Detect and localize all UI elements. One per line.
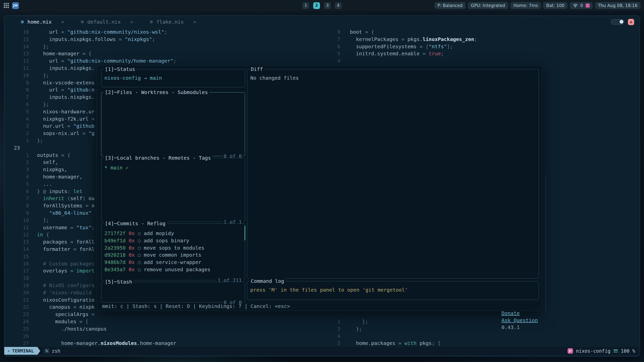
code-token: boot xyxy=(350,29,365,35)
commit-row[interactable]: d9202180x○move common imports xyxy=(101,251,245,259)
panel-title: [1]─Status xyxy=(103,66,137,73)
lazygit-status-panel[interactable]: [1]─Status nixos-config → main xyxy=(101,69,245,87)
line-number: 4 xyxy=(14,115,29,123)
module-ping[interactable]: Home: 7ms xyxy=(510,2,541,9)
module-battery[interactable]: Bat: 100 xyxy=(543,2,567,9)
workspace-2[interactable]: 2 xyxy=(313,2,320,9)
apps-grid-icon[interactable] xyxy=(4,3,9,8)
code-token: "nixpkgs" xyxy=(125,36,152,42)
code-line: 19 # NixOS configura xyxy=(14,282,95,289)
tab-flake.nix[interactable]: ❄flake.nix× xyxy=(149,19,196,25)
panel-title: [5]─Stash xyxy=(103,278,134,285)
lazygit-keybar: mmit: c | Stash: s | Reset: D | Keybindi… xyxy=(102,303,538,338)
commit-row[interactable]: 2a239500x○move sops to modules xyxy=(101,244,245,252)
code-line: 4 home-manager, xyxy=(14,173,83,180)
ask-question-link[interactable]: Ask Question xyxy=(502,317,538,323)
code-token: .home-manager xyxy=(137,340,176,346)
lazygit-commits-panel[interactable]: [4]─Commits - Reflog 2717f2f0x○add mopid… xyxy=(101,223,245,280)
line-number: 7 xyxy=(326,36,340,43)
code-token: = xyxy=(67,123,73,129)
tab-default.nix[interactable]: ❄default.nix× xyxy=(80,19,133,25)
code-token: forAll xyxy=(76,239,95,245)
code-line: 5 nixos-hardware.ur xyxy=(14,108,95,115)
window-toggle-button[interactable] xyxy=(611,19,624,25)
commit-row[interactable]: b49ef1d0x○add sops binary xyxy=(101,237,245,244)
commit-row[interactable]: 2717f2f0x○add mopidy xyxy=(101,230,245,237)
code-token: inputs.nixpkgs. xyxy=(37,94,95,100)
tab-label: flake.nix xyxy=(156,19,184,25)
line-number: 10 xyxy=(14,217,29,224)
panel-title: [2]─Files - Worktrees - Submodules xyxy=(103,89,209,96)
system-tray[interactable]: 0 xyxy=(570,2,593,9)
workspace-4[interactable]: 4 xyxy=(335,2,342,9)
code-line: 5 home.packages = with pkgs; [ xyxy=(326,340,441,347)
commit-message: add sops binary xyxy=(144,237,189,244)
line-number: 5 xyxy=(326,50,340,57)
commit-row[interactable]: 9486b7d0x○add service-wrapper xyxy=(101,259,245,266)
clock[interactable]: Thu Aug 08, 18:16 xyxy=(595,2,640,9)
code-token: initrd.systemd.enable xyxy=(350,51,423,57)
code-line: 8boot = { xyxy=(326,28,374,36)
code-token: let xyxy=(73,188,83,194)
code-token: home-manager, xyxy=(37,174,83,180)
code-token: ; xyxy=(152,36,155,42)
lazygit-stash-panel[interactable]: [5]─Stash 0 of 0 xyxy=(101,282,245,302)
code-token: ]; xyxy=(447,43,453,50)
nixos-icon: ❄ xyxy=(20,19,24,25)
commit-message: add service-wrapper xyxy=(144,259,201,266)
line-number: 6 xyxy=(326,43,340,50)
module-power-profile[interactable]: P: Balanced xyxy=(434,2,466,9)
tab-home.nix[interactable]: ❄home.nix× xyxy=(20,19,64,25)
code-line: 13 home-manager = { xyxy=(14,50,92,57)
code-token: import xyxy=(76,268,95,274)
pane-scrollbar[interactable] xyxy=(545,175,546,312)
tab-close-icon[interactable]: × xyxy=(130,19,133,25)
commit-sha: 8e345a7 xyxy=(104,266,126,273)
terminal-window: ❄home.nix×❄default.nix×❄flake.nix× × 16 … xyxy=(4,16,640,356)
line-number: 12 xyxy=(14,57,29,65)
color-swatch-icon xyxy=(586,4,590,8)
code-line: 13 packages = forAll xyxy=(14,238,95,246)
lazygit-branches-panel[interactable]: [3]─Local branches - Remotes - Tags * ma… xyxy=(101,158,245,222)
lazygit-command-log-panel[interactable]: Command log press 'M' in the files panel… xyxy=(247,281,539,300)
code-line: 4 xyxy=(326,57,350,65)
lazygit-files-panel[interactable]: [2]─Files - Worktrees - Submodules 0 of … xyxy=(101,92,245,156)
code-token: nixpkgs, xyxy=(37,166,67,172)
line-number: 23 xyxy=(14,144,29,152)
workspace-1[interactable]: 1 xyxy=(302,2,309,9)
code-line: 7 inherit (self) ou xyxy=(14,195,95,202)
code-token: canopus xyxy=(37,304,73,310)
mode-indicator: › TERMINAL xyxy=(4,347,37,355)
line-number: 14 xyxy=(14,246,29,253)
line-number: 2 xyxy=(14,130,29,137)
line-number: 18 xyxy=(14,275,29,282)
donate-link[interactable]: Donate xyxy=(502,310,520,316)
commit-message: move common imports xyxy=(144,251,201,259)
line-number: 26 xyxy=(14,333,29,340)
commit-row[interactable]: 8e345a70x○remove unused packages xyxy=(101,266,245,273)
line-number: 1 xyxy=(14,137,29,144)
lazygit-diff-panel[interactable]: Diff No changed files xyxy=(247,69,539,279)
code-line: 15 xyxy=(14,253,37,260)
code-line: 26 xyxy=(14,333,37,340)
keyboard-layout-badge[interactable]: JW xyxy=(12,2,19,9)
panel-title: [3]─Local branches - Remotes - Tags xyxy=(103,154,212,161)
nixos-icon: ❄ xyxy=(149,19,153,25)
tab-close-icon[interactable]: × xyxy=(61,19,64,25)
code-token: packages xyxy=(37,239,70,245)
line-number: 5 xyxy=(326,340,340,347)
code-token xyxy=(37,195,43,201)
code-token: sops-nix.url xyxy=(37,130,83,136)
code-token: url xyxy=(37,58,61,64)
window-close-button[interactable]: × xyxy=(628,19,634,25)
line-number: 25 xyxy=(14,325,29,333)
commits-scrollbar[interactable] xyxy=(245,226,245,240)
code-line: 6} @ inputs: let xyxy=(14,188,83,195)
tab-close-icon[interactable]: × xyxy=(193,19,196,25)
line-number: 19 xyxy=(14,282,29,289)
line-number: 9 xyxy=(14,209,29,217)
workspace-3[interactable]: 3 xyxy=(324,2,331,9)
line-number: 7 xyxy=(14,195,29,202)
module-gpu[interactable]: GPU: Integrated xyxy=(468,2,508,9)
code-token: nixpk xyxy=(79,304,95,310)
